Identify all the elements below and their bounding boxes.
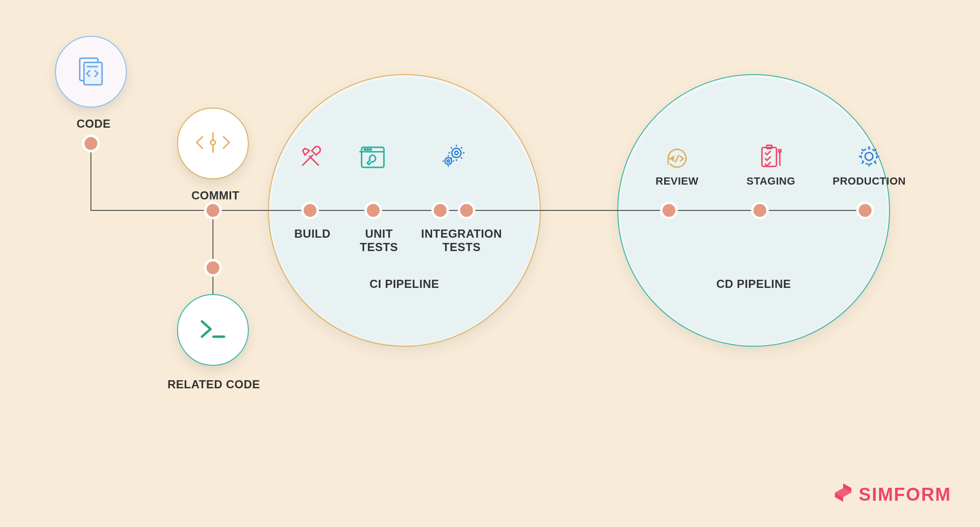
checklist-icon — [757, 143, 785, 170]
svg-point-9 — [364, 149, 366, 150]
review-label: REVIEW — [656, 175, 699, 187]
ci-pipeline-title: CI PIPELINE — [369, 277, 439, 291]
svg-point-22 — [83, 136, 99, 151]
staging-stage: STAGING — [746, 143, 795, 187]
review-stage: REVIEW — [656, 143, 699, 187]
unit-tests-label: UNIT TESTS — [360, 227, 398, 254]
review-icon — [663, 143, 691, 170]
tools-icon — [297, 143, 324, 171]
svg-point-24 — [205, 260, 221, 275]
svg-point-11 — [370, 149, 371, 150]
cd-pipeline-title: CD PIPELINE — [716, 277, 791, 291]
brand-logo: SIMFORM — [832, 482, 951, 508]
integration-tests-label: INTEGRATION TESTS — [421, 227, 502, 254]
svg-point-13 — [455, 151, 458, 154]
commit-node — [177, 108, 249, 179]
svg-point-10 — [367, 149, 368, 150]
related-code-label: RELATED CODE — [167, 378, 260, 391]
svg-point-15 — [447, 160, 450, 162]
commit-icon — [194, 128, 232, 159]
integration-tests-stage — [440, 143, 468, 170]
ci-pipeline-circle: CI PIPELINE — [268, 74, 541, 347]
svg-rect-19 — [779, 150, 781, 152]
gears-icon — [440, 143, 468, 170]
svg-point-23 — [205, 203, 221, 218]
terminal-icon — [196, 315, 230, 345]
brand-name: SIMFORM — [859, 484, 951, 505]
commit-label: COMMIT — [191, 189, 239, 202]
diagram-canvas: CI PIPELINE CD PIPELINE CODE COMMIT — [0, 0, 980, 527]
code-node — [55, 36, 127, 108]
svg-point-14 — [445, 157, 452, 165]
staging-label: STAGING — [746, 175, 795, 187]
code-file-icon — [74, 54, 108, 89]
build-stage — [297, 143, 324, 171]
build-label: BUILD — [294, 227, 331, 241]
related-code-node — [177, 294, 249, 366]
svg-point-20 — [865, 153, 873, 160]
gear-icon — [855, 143, 883, 170]
unit-tests-stage — [359, 143, 387, 171]
cd-pipeline-circle: CD PIPELINE — [617, 74, 890, 347]
brand-mark-icon — [832, 482, 854, 508]
browser-wrench-icon — [359, 143, 387, 171]
svg-point-12 — [452, 148, 461, 157]
code-label: CODE — [77, 117, 111, 131]
production-label: PRODUCTION — [833, 175, 906, 187]
production-stage: PRODUCTION — [833, 143, 906, 187]
